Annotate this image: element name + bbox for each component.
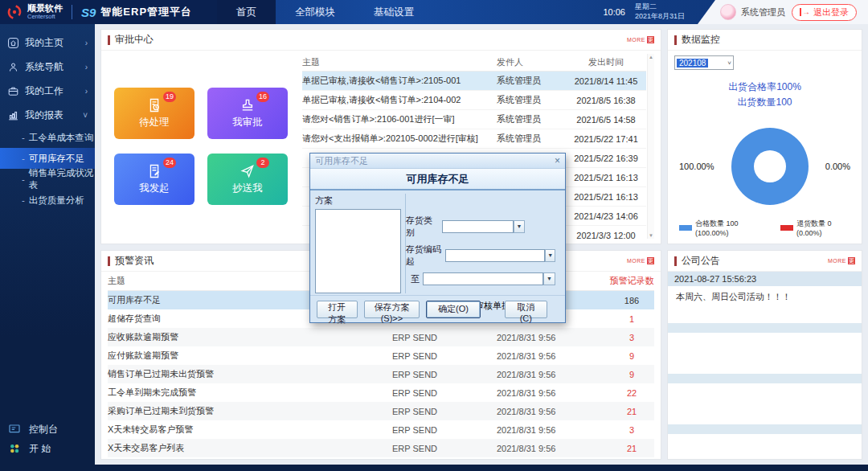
scheme-listbox[interactable] <box>315 209 401 293</box>
row-subject: 应付账款逾期预警 <box>108 350 392 362</box>
nav-item-label: 基础设置 <box>374 6 414 18</box>
tile-pending[interactable]: 19 待处理 <box>114 88 194 139</box>
row-time: 2021/5/21 16:13 <box>566 192 646 202</box>
row-subject: 销售订单已过期未出货预警 <box>108 368 392 380</box>
save-scheme-button[interactable]: 保存方案(S)>> <box>364 301 420 318</box>
sidebar-item-navigation[interactable]: 系统导航 › <box>0 55 95 79</box>
code-from-label: 存货编码起 <box>406 244 442 268</box>
open-scheme-button[interactable]: 打开方案 <box>317 301 358 318</box>
alert-row[interactable]: 销售订单已过期未出货预警 ERP SEND 2021/8/31 9:56 9 <box>108 365 654 383</box>
nav-item[interactable]: 首页 <box>217 0 276 24</box>
category-combo-button[interactable]: ▼ <box>514 220 525 233</box>
user-avatar[interactable] <box>720 4 736 20</box>
period-select[interactable]: 202108 ˅ <box>674 55 734 70</box>
chart-legend: 合格数量 100 (100.00%) 退货数量 0 (0.00%) <box>674 219 855 237</box>
weekday: 星期二 <box>635 2 685 12</box>
approval-row[interactable]: 请您对<销售订单>:2106-001进行[一审] 系统管理员 2021/6/5 … <box>302 110 646 129</box>
row-sender: ERP SEND <box>392 351 497 361</box>
alert-row[interactable]: X天未转交易客户预警 ERP SEND 2021/8/31 9:56 3 <box>108 420 654 439</box>
dialog-titlebar[interactable]: 可用库存不足 × <box>310 154 565 169</box>
tile-my-approvals[interactable]: 16 我审批 <box>207 88 288 139</box>
sidebar-item-work[interactable]: 我的工作 › <box>0 79 95 103</box>
row-count: 21 <box>609 444 654 453</box>
approval-tiles: 19 待处理 16 我审批 <box>108 54 294 239</box>
notice-empty-strip <box>668 424 862 434</box>
notice-more-button[interactable]: MORE 更 <box>828 257 855 264</box>
ok-button[interactable]: 确定(O) <box>426 301 480 318</box>
approval-more-button[interactable]: MORE 更 <box>627 36 654 43</box>
col-subject: 主题 <box>302 56 497 68</box>
sidebar-item-reports[interactable]: 我的报表 ˅ <box>0 103 95 127</box>
legend-pass-label: 合格数量 100 (100.00%) <box>695 219 769 237</box>
submenu-item[interactable]: 工令单成本查询 <box>0 127 95 148</box>
tile-initiated-by-me[interactable]: 24 我发起 <box>114 154 194 205</box>
submenu-item[interactable]: 销售单完成状况表 <box>0 169 95 190</box>
shipment-qty-line: 出货数量100 <box>674 95 855 110</box>
code-to-input[interactable] <box>423 272 543 285</box>
row-count: 186 <box>609 296 654 305</box>
alert-row[interactable]: 应收账款逾期预警 ERP SEND 2021/8/31 9:56 3 <box>108 328 654 346</box>
alert-row[interactable]: X天未交易客户列表 ERP SEND 2021/8/31 9:56 21 <box>108 439 654 457</box>
alert-row[interactable]: 应付账款逾期预警 ERP SEND 2021/8/31 9:56 9 <box>108 346 654 365</box>
scroll-up-icon[interactable]: ▲ <box>649 55 653 59</box>
category-input[interactable] <box>442 220 514 233</box>
cancel-button[interactable]: 取消(C) <box>505 301 547 318</box>
alerts-more-button[interactable]: MORE 更 <box>627 257 654 264</box>
logout-label: 退出登录 <box>813 6 849 18</box>
notice-body: 2021-08-27 15:56:23 本周六、周日公司活动！！！ <box>668 272 862 459</box>
initiate-count-badge: 24 <box>163 158 176 168</box>
logo-divider <box>72 5 72 19</box>
product-title: 智能ERP管理平台 <box>100 5 192 19</box>
header-accent <box>108 35 110 45</box>
row-sender: ERP SEND <box>392 444 497 453</box>
donut-right-label: 0.00% <box>825 162 850 171</box>
nav-item[interactable]: 基础设置 <box>354 0 433 24</box>
date: 2021年8月31日 <box>635 12 685 22</box>
alert-row[interactable]: 采购订单已过期未到货预警 ERP SEND 2021/8/31 9:56 21 <box>108 402 654 420</box>
row-count: 9 <box>609 370 654 379</box>
approval-row[interactable]: 请您对<支出报销单>:202105-0002进行[审核] 系统管理员 2021/… <box>302 129 646 149</box>
row-time: 2021/5/22 17:41 <box>566 134 646 144</box>
header-accent <box>108 256 110 266</box>
sidebar-item-home[interactable]: 我的主页 › <box>0 31 95 55</box>
pending-count-badge: 19 <box>163 92 176 102</box>
logout-button[interactable]: → 退出登录 <box>792 4 857 21</box>
notice-empty-row <box>668 383 862 417</box>
tile-label: 待处理 <box>139 116 170 129</box>
approval-table-header: 主题 发件人 发出时间 <box>302 54 646 72</box>
donut-chart-row: 100.00% 0.00% <box>674 128 855 205</box>
tile-cc-to-me[interactable]: 2 抄送我 <box>207 154 288 205</box>
category-label: 存货类别 <box>406 215 439 239</box>
row-time: 2021/8/31 9:56 <box>497 425 609 435</box>
row-sender: 系统管理员 <box>497 94 566 106</box>
alert-row[interactable]: 工令单到期未完成预警 ERP SEND 2021/8/31 9:56 22 <box>108 383 654 402</box>
row-time: 2021/8/14 11:45 <box>566 76 646 86</box>
stamp-icon <box>240 97 256 113</box>
submenu-item[interactable]: 可用库存不足 <box>0 148 95 169</box>
submenu-item[interactable]: 出货质量分析 <box>0 190 95 211</box>
code-from-input[interactable] <box>445 249 545 262</box>
console-button[interactable]: 控制台 <box>8 420 87 439</box>
submenu-item-label: 出货质量分析 <box>29 195 84 207</box>
data-monitor-panel: 数据监控 202108 ˅ 出货合格率100% 出货数量100 100.00% … <box>667 29 862 244</box>
approval-scrollbar[interactable]: ▲ ▼ <box>647 54 654 239</box>
scroll-down-icon[interactable]: ▼ <box>649 233 653 238</box>
close-icon[interactable]: × <box>555 156 560 166</box>
approval-row[interactable]: 单据已审核,请接收<销售订单>:2104-002 系统管理员 2021/8/5 … <box>302 91 646 110</box>
row-count: 21 <box>609 407 654 416</box>
row-sender: ERP SEND <box>392 388 497 398</box>
donut-left-label: 100.00% <box>679 162 714 171</box>
notice-panel: 公司公告 MORE 更 2021-08-27 15:56:23 本周六、周日公司… <box>667 250 862 460</box>
code-to-combo-button[interactable]: ▼ <box>543 272 555 285</box>
notice-date[interactable]: 2021-08-27 15:56:23 <box>668 272 862 286</box>
row-sender: ERP SEND <box>392 407 497 416</box>
notice-panel-header: 公司公告 MORE 更 <box>668 251 862 272</box>
submenu-item-label: 工令单成本查询 <box>29 132 94 144</box>
username: 系统管理员 <box>741 6 785 18</box>
approval-row[interactable]: 单据已审核,请接收<销售订单>:2105-001 系统管理员 2021/8/14… <box>302 72 646 91</box>
nav-item[interactable]: 全部模块 <box>276 0 354 24</box>
row-subject: X天未转交易客户预警 <box>108 424 392 436</box>
code-from-combo-button[interactable]: ▼ <box>545 249 555 262</box>
start-button[interactable]: 开 始 <box>8 439 87 458</box>
monitor-summary: 出货合格率100% 出货数量100 <box>674 80 855 110</box>
